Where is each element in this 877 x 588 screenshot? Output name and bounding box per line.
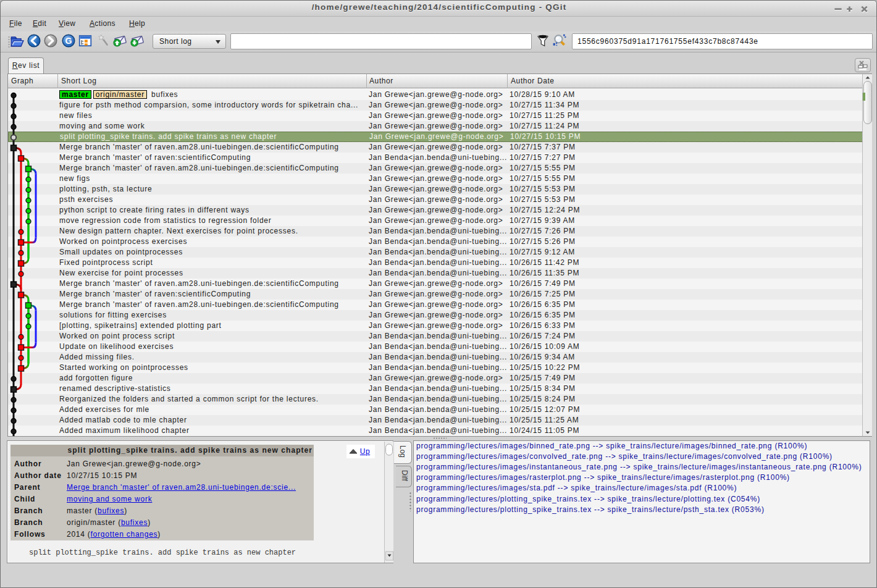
svg-text:G: G	[65, 36, 72, 46]
